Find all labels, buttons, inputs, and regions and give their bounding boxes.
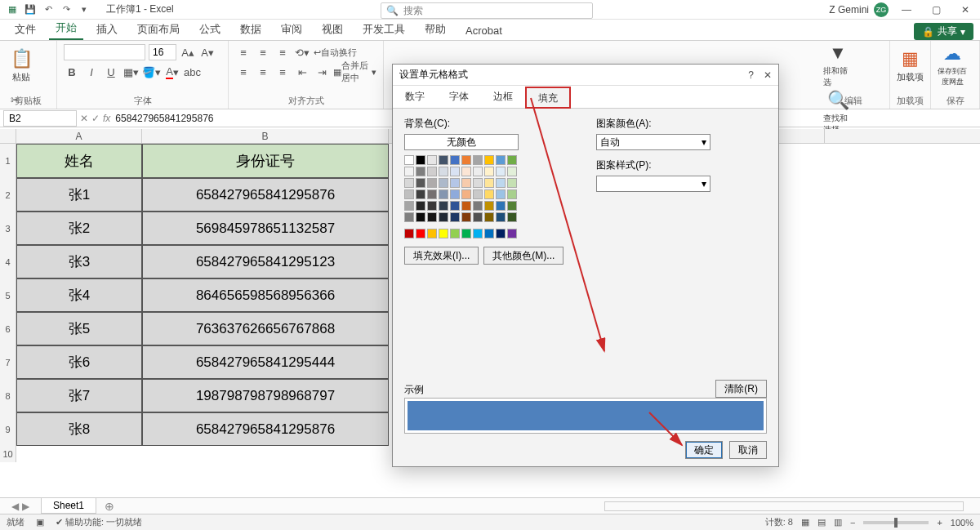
color-swatch[interactable]	[427, 189, 437, 199]
share-button[interactable]: 🔒 共享 ▾	[914, 23, 973, 40]
cell[interactable]: 569845978651132587	[142, 212, 389, 245]
baidu-save-button[interactable]: ☁保存到百度网盘	[938, 44, 967, 87]
dialog-tab-border[interactable]: 边框	[481, 86, 525, 108]
tab-data[interactable]: 数据	[234, 19, 268, 40]
color-swatch[interactable]	[427, 155, 437, 165]
cell[interactable]: 658427965841295444	[142, 345, 389, 379]
name-box[interactable]: B2	[3, 110, 77, 127]
color-swatch[interactable]	[473, 201, 483, 211]
tab-home[interactable]: 开始	[49, 17, 83, 40]
cell[interactable]: 763637626656767868	[142, 312, 389, 345]
align-center-icon[interactable]: ≡	[255, 64, 271, 80]
fill-color-icon[interactable]: 🪣▾	[142, 64, 161, 80]
merge-button[interactable]: ▦ 合并后居中▾	[333, 64, 376, 80]
color-swatch[interactable]	[484, 201, 494, 211]
color-swatch[interactable]	[404, 167, 414, 176]
color-swatch[interactable]	[496, 212, 506, 222]
zoom-in-icon[interactable]: +	[937, 518, 942, 528]
user-account[interactable]: Z Gemini ZG	[829, 2, 889, 17]
undo-icon[interactable]: ↶	[41, 2, 56, 17]
color-swatch[interactable]	[404, 178, 414, 188]
color-swatch[interactable]	[496, 201, 506, 211]
minimize-button[interactable]: —	[895, 0, 918, 20]
color-swatch[interactable]	[461, 201, 471, 211]
cancel-formula-icon[interactable]: ✕	[80, 113, 88, 124]
color-swatch[interactable]	[439, 155, 448, 165]
more-colors-button[interactable]: 其他颜色(M)...	[483, 247, 564, 265]
color-swatch[interactable]	[484, 167, 494, 176]
color-swatch[interactable]	[496, 229, 506, 238]
row-header[interactable]: 10	[0, 446, 16, 462]
color-swatch[interactable]	[461, 212, 471, 222]
color-swatch[interactable]	[507, 212, 517, 222]
align-right-icon[interactable]: ≡	[274, 64, 291, 80]
color-swatch[interactable]	[496, 155, 506, 165]
dialog-help-icon[interactable]: ?	[748, 69, 754, 81]
align-left-icon[interactable]: ≡	[235, 64, 252, 80]
zoom-level[interactable]: 100%	[951, 518, 973, 528]
color-swatch[interactable]	[450, 189, 460, 199]
wrap-text-button[interactable]: ↩ 自动换行	[314, 44, 357, 60]
color-swatch[interactable]	[450, 178, 460, 188]
cell[interactable]: 姓名	[16, 144, 142, 178]
cell[interactable]: 198798798798968797	[142, 379, 389, 412]
align-top-icon[interactable]: ≡	[235, 44, 252, 60]
dialog-titlebar[interactable]: 设置单元格格式 ?✕	[393, 65, 778, 86]
color-swatch[interactable]	[439, 167, 448, 176]
color-swatch[interactable]	[450, 155, 460, 165]
underline-icon[interactable]: U	[103, 64, 119, 80]
pattern-color-combo[interactable]: 自动▾	[596, 134, 710, 150]
add-sheet-button[interactable]: ⊕	[105, 500, 114, 513]
col-header-b[interactable]: B	[142, 129, 389, 143]
font-name-input[interactable]	[64, 44, 145, 60]
color-swatch[interactable]	[484, 178, 494, 188]
dialog-tab-fill[interactable]: 填充	[525, 87, 571, 109]
color-swatch[interactable]	[439, 178, 448, 188]
row-header[interactable]: 7	[0, 345, 16, 379]
color-swatch[interactable]	[473, 189, 483, 199]
increase-indent-icon[interactable]: ⇥	[314, 64, 330, 80]
addins-button[interactable]: ▦加载项	[897, 44, 924, 87]
cell[interactable]: 张6	[16, 345, 142, 379]
font-color-icon[interactable]: A▾	[164, 64, 180, 80]
color-swatch[interactable]	[496, 178, 506, 188]
color-swatch[interactable]	[416, 178, 425, 188]
color-swatch[interactable]	[484, 229, 494, 238]
row-header[interactable]: 3	[0, 212, 16, 245]
color-swatch[interactable]	[507, 201, 517, 211]
color-swatch[interactable]	[416, 201, 425, 211]
color-swatch[interactable]	[450, 229, 460, 238]
search-box[interactable]: 🔍 搜索	[381, 2, 593, 19]
color-swatch[interactable]	[427, 178, 437, 188]
color-swatch[interactable]	[461, 189, 471, 199]
sheet-tab-active[interactable]: Sheet1	[41, 498, 96, 514]
color-swatch[interactable]	[439, 229, 448, 238]
accept-formula-icon[interactable]: ✓	[91, 113, 100, 124]
color-swatch[interactable]	[416, 229, 425, 238]
color-swatch[interactable]	[496, 189, 506, 199]
cell[interactable]: 张7	[16, 379, 142, 412]
color-swatch[interactable]	[450, 212, 460, 222]
accessibility-status[interactable]: ✔ 辅助功能: 一切就绪	[56, 516, 142, 528]
color-swatch[interactable]	[484, 155, 494, 165]
color-swatch[interactable]	[439, 189, 448, 199]
color-swatch[interactable]	[427, 229, 437, 238]
color-swatch[interactable]	[484, 212, 494, 222]
tab-page-layout[interactable]: 页面布局	[131, 19, 186, 40]
color-swatch[interactable]	[439, 201, 448, 211]
decrease-indent-icon[interactable]: ⇤	[294, 64, 310, 80]
tab-file[interactable]: 文件	[8, 19, 42, 40]
font-size-input[interactable]	[149, 44, 176, 60]
horizontal-scrollbar[interactable]	[604, 501, 964, 511]
redo-icon[interactable]: ↷	[59, 2, 74, 17]
view-page-layout-icon[interactable]: ▤	[817, 517, 826, 528]
cell[interactable]: 864656598568956366	[142, 278, 389, 312]
row-header[interactable]: 9	[0, 412, 16, 446]
bold-icon[interactable]: B	[64, 64, 80, 80]
col-header-a[interactable]: A	[16, 129, 142, 143]
row-header[interactable]: 5	[0, 278, 16, 312]
cell[interactable]: 658427965841295123	[142, 245, 389, 278]
zoom-out-icon[interactable]: −	[850, 518, 855, 528]
clear-button[interactable]: 清除(R)	[715, 380, 767, 398]
row-header[interactable]: 1	[0, 144, 16, 178]
